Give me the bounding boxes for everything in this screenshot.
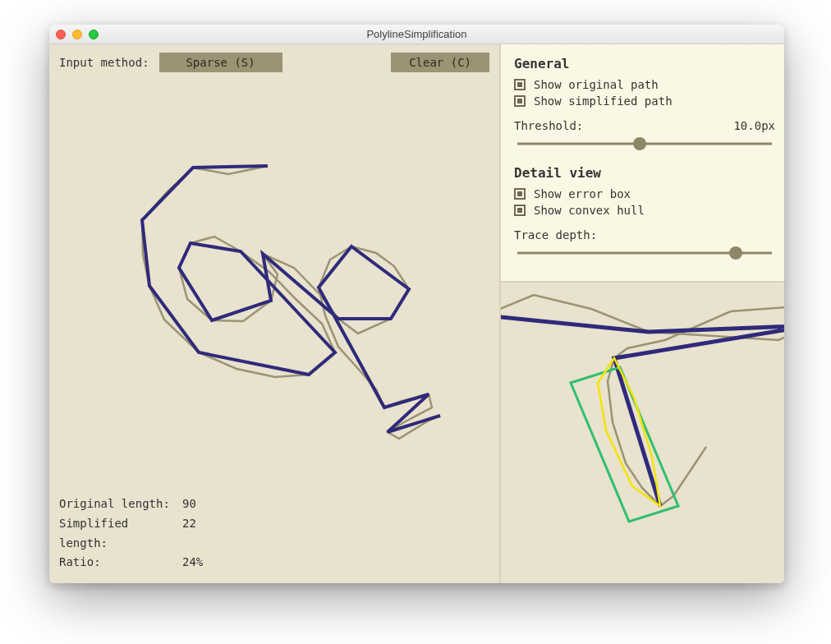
window-controls <box>56 30 99 39</box>
original-length-value: 90 <box>182 494 196 514</box>
show-convex-hull-label: Show convex hull <box>534 204 645 217</box>
side-panel: General Show original path Show simplifi… <box>499 44 784 583</box>
simplified-length-label: Simplified length: <box>59 514 182 554</box>
content: Input method: Sparse (S) Clear (C) Origi… <box>49 44 784 583</box>
titlebar: PolylineSimplification <box>49 25 784 44</box>
input-method-label: Input method: <box>59 56 149 69</box>
simplified-length-value: 22 <box>182 514 196 554</box>
stats-block: Original length: 90 Simplified length: 2… <box>49 490 499 583</box>
show-simplified-label: Show simplified path <box>534 94 673 108</box>
window-title: PolylineSimplification <box>49 28 784 40</box>
close-icon[interactable] <box>56 30 66 39</box>
original-length-label: Original length: <box>59 494 182 514</box>
toolbar: Input method: Sparse (S) Clear (C) <box>49 44 499 79</box>
detail-view[interactable] <box>501 281 784 583</box>
detail-heading: Detail view <box>514 165 775 181</box>
general-heading: General <box>514 56 775 71</box>
path-svg <box>49 79 499 490</box>
show-error-box-label: Show error box <box>534 187 631 200</box>
show-error-box-checkbox[interactable] <box>514 188 526 200</box>
threshold-slider[interactable] <box>514 136 775 152</box>
detail-svg <box>501 283 784 545</box>
ratio-value: 24% <box>182 553 203 573</box>
show-convex-hull-checkbox[interactable] <box>514 205 526 216</box>
show-original-label: Show original path <box>534 78 659 91</box>
trace-depth-slider[interactable] <box>514 245 775 261</box>
threshold-value: 10.0px <box>733 119 775 132</box>
drawing-canvas[interactable] <box>49 79 499 490</box>
ratio-label: Ratio: <box>59 553 182 573</box>
controls-panel: General Show original path Show simplifi… <box>501 44 784 281</box>
show-original-checkbox[interactable] <box>514 79 526 90</box>
show-simplified-checkbox[interactable] <box>514 95 526 107</box>
clear-button[interactable]: Clear (C) <box>391 53 489 72</box>
original-path <box>142 166 440 439</box>
sparse-button[interactable]: Sparse (S) <box>159 53 282 72</box>
trace-depth-slider-thumb[interactable] <box>729 246 742 260</box>
minimize-icon[interactable] <box>72 30 82 39</box>
trace-depth-label: Trace depth: <box>514 228 597 242</box>
threshold-slider-thumb[interactable] <box>633 137 646 150</box>
main-pane: Input method: Sparse (S) Clear (C) Origi… <box>49 44 499 583</box>
zoom-icon[interactable] <box>89 30 99 39</box>
threshold-label: Threshold: <box>514 119 583 132</box>
app-window: PolylineSimplification Input method: Spa… <box>49 25 784 583</box>
